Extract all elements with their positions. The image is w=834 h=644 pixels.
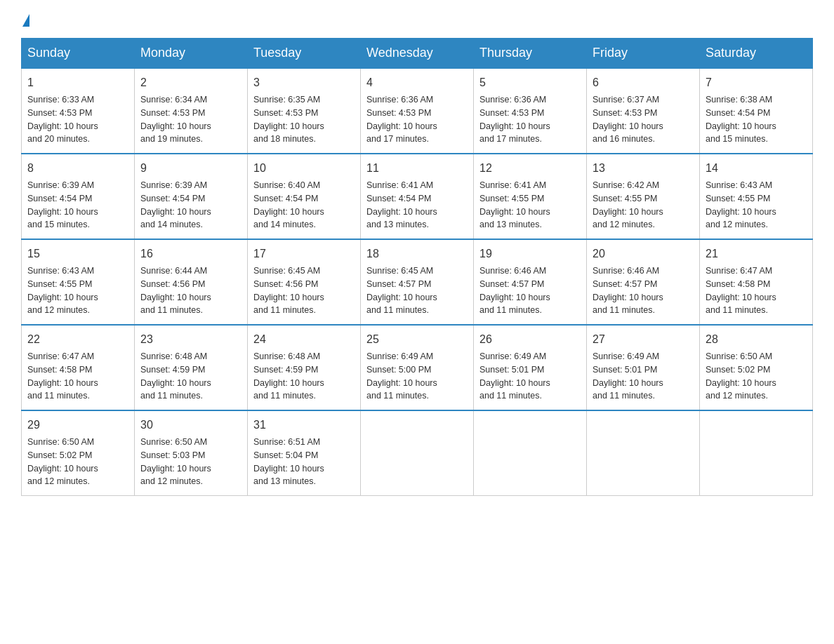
daylight-label: Daylight: 10 hours bbox=[366, 378, 437, 388]
sunset-label: Sunset: 4:57 PM bbox=[366, 279, 431, 289]
daylight-minutes: and 18 minutes. bbox=[253, 134, 316, 144]
sunset-label: Sunset: 4:54 PM bbox=[253, 194, 318, 203]
daylight-minutes: and 15 minutes. bbox=[27, 220, 90, 229]
weekday-header-saturday: Saturday bbox=[700, 39, 813, 69]
day-number: 29 bbox=[27, 417, 128, 434]
sunset-label: Sunset: 4:56 PM bbox=[140, 279, 205, 289]
daylight-label: Daylight: 10 hours bbox=[27, 378, 98, 388]
daylight-label: Daylight: 10 hours bbox=[253, 121, 324, 131]
calendar-cell bbox=[361, 410, 474, 496]
daylight-label: Daylight: 10 hours bbox=[27, 464, 98, 474]
daylight-label: Daylight: 10 hours bbox=[253, 293, 324, 302]
calendar-cell: 14 Sunrise: 6:43 AM Sunset: 4:55 PM Dayl… bbox=[700, 154, 813, 239]
daylight-label: Daylight: 10 hours bbox=[479, 293, 550, 302]
calendar-cell: 24 Sunrise: 6:48 AM Sunset: 4:59 PM Dayl… bbox=[248, 325, 361, 410]
weekday-header-monday: Monday bbox=[135, 39, 248, 69]
day-number: 16 bbox=[140, 246, 241, 262]
sunrise-label: Sunrise: 6:46 AM bbox=[479, 266, 546, 276]
day-number: 4 bbox=[366, 74, 468, 91]
daylight-minutes: and 11 minutes. bbox=[253, 305, 316, 315]
day-number: 26 bbox=[479, 331, 581, 348]
day-number: 15 bbox=[27, 246, 128, 262]
daylight-minutes: and 13 minutes. bbox=[253, 476, 316, 486]
daylight-label: Daylight: 10 hours bbox=[593, 378, 663, 388]
day-number: 11 bbox=[366, 160, 468, 177]
daylight-label: Daylight: 10 hours bbox=[27, 121, 98, 131]
calendar-cell: 6 Sunrise: 6:37 AM Sunset: 4:53 PM Dayli… bbox=[587, 68, 700, 154]
daylight-minutes: and 14 minutes. bbox=[140, 220, 203, 229]
sunset-label: Sunset: 4:58 PM bbox=[27, 365, 92, 375]
daylight-minutes: and 16 minutes. bbox=[593, 134, 655, 144]
day-number: 9 bbox=[140, 160, 241, 177]
day-number: 19 bbox=[479, 246, 581, 262]
sunset-label: Sunset: 4:54 PM bbox=[27, 194, 92, 203]
sunrise-label: Sunrise: 6:51 AM bbox=[253, 437, 320, 447]
daylight-minutes: and 12 minutes. bbox=[706, 391, 768, 401]
sunrise-label: Sunrise: 6:40 AM bbox=[253, 180, 320, 190]
calendar-table: SundayMondayTuesdayWednesdayThursdayFrid… bbox=[21, 38, 813, 496]
daylight-minutes: and 11 minutes. bbox=[366, 305, 429, 315]
calendar-week-row: 29 Sunrise: 6:50 AM Sunset: 5:02 PM Dayl… bbox=[22, 410, 813, 496]
sunset-label: Sunset: 4:55 PM bbox=[706, 194, 770, 203]
day-number: 3 bbox=[253, 74, 355, 91]
daylight-label: Daylight: 10 hours bbox=[706, 121, 776, 131]
daylight-minutes: and 13 minutes. bbox=[479, 220, 542, 229]
calendar-cell: 20 Sunrise: 6:46 AM Sunset: 4:57 PM Dayl… bbox=[587, 239, 700, 325]
daylight-minutes: and 11 minutes. bbox=[593, 391, 655, 401]
sunset-label: Sunset: 4:53 PM bbox=[593, 108, 657, 118]
weekday-header-wednesday: Wednesday bbox=[361, 39, 474, 69]
daylight-label: Daylight: 10 hours bbox=[140, 464, 211, 474]
daylight-label: Daylight: 10 hours bbox=[253, 207, 324, 217]
calendar-cell: 9 Sunrise: 6:39 AM Sunset: 4:54 PM Dayli… bbox=[135, 154, 248, 239]
sunrise-label: Sunrise: 6:39 AM bbox=[27, 180, 94, 190]
calendar-week-row: 22 Sunrise: 6:47 AM Sunset: 4:58 PM Dayl… bbox=[22, 325, 813, 410]
day-number: 8 bbox=[27, 160, 128, 177]
sunrise-label: Sunrise: 6:48 AM bbox=[140, 351, 207, 361]
daylight-minutes: and 11 minutes. bbox=[253, 391, 316, 401]
weekday-header-tuesday: Tuesday bbox=[248, 39, 361, 69]
daylight-minutes: and 11 minutes. bbox=[27, 391, 90, 401]
daylight-minutes: and 20 minutes. bbox=[27, 134, 90, 144]
day-number: 10 bbox=[253, 160, 355, 177]
sunset-label: Sunset: 4:53 PM bbox=[253, 108, 318, 118]
weekday-header-sunday: Sunday bbox=[22, 39, 135, 69]
calendar-cell: 19 Sunrise: 6:46 AM Sunset: 4:57 PM Dayl… bbox=[474, 239, 587, 325]
calendar-week-row: 8 Sunrise: 6:39 AM Sunset: 4:54 PM Dayli… bbox=[22, 154, 813, 239]
day-number: 22 bbox=[27, 331, 128, 348]
sunset-label: Sunset: 4:53 PM bbox=[366, 108, 431, 118]
calendar-cell: 18 Sunrise: 6:45 AM Sunset: 4:57 PM Dayl… bbox=[361, 239, 474, 325]
daylight-minutes: and 17 minutes. bbox=[366, 134, 429, 144]
sunset-label: Sunset: 4:59 PM bbox=[140, 365, 205, 375]
calendar-cell: 11 Sunrise: 6:41 AM Sunset: 4:54 PM Dayl… bbox=[361, 154, 474, 239]
sunrise-label: Sunrise: 6:44 AM bbox=[140, 266, 207, 276]
calendar-cell: 16 Sunrise: 6:44 AM Sunset: 4:56 PM Dayl… bbox=[135, 239, 248, 325]
sunrise-label: Sunrise: 6:50 AM bbox=[140, 437, 207, 447]
sunrise-label: Sunrise: 6:47 AM bbox=[706, 266, 772, 276]
daylight-label: Daylight: 10 hours bbox=[706, 207, 776, 217]
calendar-cell bbox=[587, 410, 700, 496]
weekday-header-row: SundayMondayTuesdayWednesdayThursdayFrid… bbox=[22, 39, 813, 69]
daylight-minutes: and 11 minutes. bbox=[140, 391, 203, 401]
sunrise-label: Sunrise: 6:47 AM bbox=[27, 351, 94, 361]
sunrise-label: Sunrise: 6:42 AM bbox=[593, 180, 659, 190]
day-number: 17 bbox=[253, 246, 355, 262]
daylight-minutes: and 12 minutes. bbox=[706, 220, 768, 229]
daylight-label: Daylight: 10 hours bbox=[593, 207, 663, 217]
day-number: 31 bbox=[253, 417, 355, 434]
sunrise-label: Sunrise: 6:43 AM bbox=[706, 180, 772, 190]
calendar-cell: 3 Sunrise: 6:35 AM Sunset: 4:53 PM Dayli… bbox=[248, 68, 361, 154]
sunset-label: Sunset: 4:53 PM bbox=[479, 108, 544, 118]
sunset-label: Sunset: 5:02 PM bbox=[27, 450, 92, 460]
daylight-label: Daylight: 10 hours bbox=[479, 378, 550, 388]
sunrise-label: Sunrise: 6:46 AM bbox=[593, 266, 659, 276]
day-number: 5 bbox=[479, 74, 581, 91]
daylight-label: Daylight: 10 hours bbox=[593, 121, 663, 131]
day-number: 28 bbox=[706, 331, 807, 348]
sunrise-label: Sunrise: 6:45 AM bbox=[366, 266, 433, 276]
day-number: 24 bbox=[253, 331, 355, 348]
calendar-cell: 31 Sunrise: 6:51 AM Sunset: 5:04 PM Dayl… bbox=[248, 410, 361, 496]
daylight-label: Daylight: 10 hours bbox=[593, 293, 663, 302]
daylight-label: Daylight: 10 hours bbox=[140, 378, 211, 388]
calendar-cell: 22 Sunrise: 6:47 AM Sunset: 4:58 PM Dayl… bbox=[22, 325, 135, 410]
calendar-cell: 29 Sunrise: 6:50 AM Sunset: 5:02 PM Dayl… bbox=[22, 410, 135, 496]
